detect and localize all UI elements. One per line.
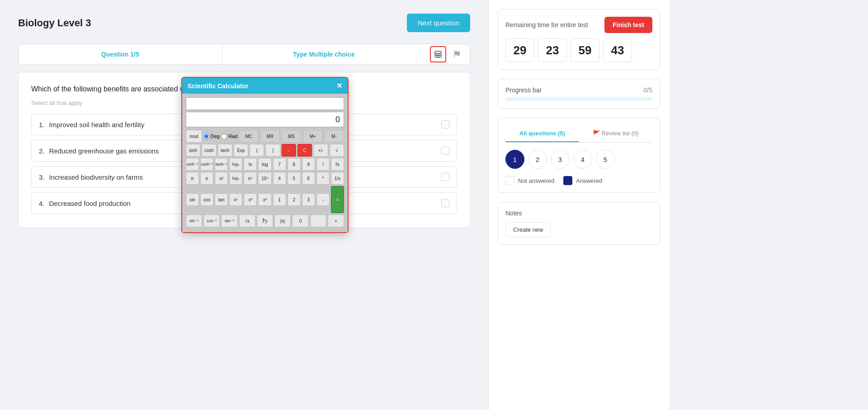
- calculator-button[interactable]: [430, 46, 446, 62]
- calc-x2-button[interactable]: x²: [258, 193, 271, 206]
- nav-tab-review[interactable]: 🚩 Review list (0): [579, 125, 653, 142]
- progress-section: Progress bar 0/5: [498, 79, 660, 109]
- calc-inv-button[interactable]: 1/x: [331, 172, 344, 185]
- calc-6-button[interactable]: 6: [302, 172, 315, 185]
- calc-sub-button[interactable]: -: [316, 193, 330, 206]
- calc-backspace-button[interactable]: ←: [282, 144, 296, 157]
- meta-icons: [425, 46, 470, 62]
- calc-1-button[interactable]: 1: [273, 193, 286, 206]
- checkbox-2[interactable]: [441, 147, 449, 155]
- calc-mul-button[interactable]: *: [316, 172, 330, 185]
- calc-x3-button[interactable]: x³: [244, 193, 257, 206]
- calc-tanh-button[interactable]: tanh: [218, 144, 232, 157]
- option-num-3: 3.: [39, 173, 45, 181]
- question-type-value: Multiple choice: [309, 51, 354, 58]
- calc-10x-button[interactable]: 10ˣ: [258, 172, 271, 185]
- calc-mr-button[interactable]: MR: [260, 130, 280, 143]
- calc-mminus-button[interactable]: M-: [324, 130, 344, 143]
- calc-absx-button[interactable]: |x|: [274, 215, 291, 227]
- calc-8-button[interactable]: 8: [288, 158, 301, 171]
- calc-logx2-button[interactable]: logₓ: [229, 172, 242, 185]
- next-question-button[interactable]: Next question: [407, 14, 470, 32]
- calc-e-button[interactable]: e: [200, 172, 213, 185]
- calc-tan-button[interactable]: tan: [215, 193, 228, 206]
- timer-label: Remaining time for entire test: [505, 21, 588, 29]
- calc-sininv-button[interactable]: sin⁻¹: [186, 215, 202, 227]
- calc-ms-button[interactable]: MS: [281, 130, 301, 143]
- calc-div-button[interactable]: /: [316, 158, 330, 171]
- calculator-display-value: 0: [335, 115, 340, 124]
- calc-sin-button[interactable]: sin: [186, 193, 199, 206]
- calc-4-button[interactable]: 4: [273, 172, 286, 185]
- q-num-2[interactable]: 2: [528, 150, 547, 169]
- calc-row-1: sinh cosh tanh Exp ( ) ← C +/- √: [186, 144, 344, 157]
- calc-equals-button[interactable]: =: [331, 186, 344, 213]
- calc-xy-button[interactable]: xʸ: [229, 193, 242, 206]
- calc-pi-button[interactable]: π: [186, 172, 199, 185]
- calc-mod-button[interactable]: mod: [186, 130, 202, 143]
- q-num-1[interactable]: 1: [505, 150, 524, 169]
- nav-tab-all[interactable]: All questions (5): [505, 125, 579, 142]
- timer-header: Remaining time for entire test Finish te…: [505, 17, 652, 33]
- calculator-header: Scientific Calculator ✕: [182, 78, 348, 94]
- calc-cbrty-button[interactable]: ∛y: [257, 215, 273, 227]
- calc-row-5: sin⁻¹ cos⁻¹ tan⁻¹ √x ∛y |x| 0 . +: [186, 215, 344, 227]
- calc-tanhinv-button[interactable]: tanh⁻¹: [215, 158, 228, 171]
- calc-sinhinv-button[interactable]: sinh⁻¹: [186, 158, 199, 171]
- timer-digit-hours: 29: [505, 38, 534, 62]
- legend-not-answered-label: Not answered: [518, 177, 554, 184]
- calc-cos-button[interactable]: cos: [200, 193, 213, 206]
- calc-rparen-button[interactable]: ): [265, 144, 280, 157]
- calc-clear-button[interactable]: C: [297, 144, 312, 157]
- checkbox-3[interactable]: [441, 173, 449, 181]
- question-current: 1/5: [130, 51, 139, 58]
- q-num-5[interactable]: 5: [596, 150, 615, 169]
- calc-cosh-button[interactable]: cosh: [202, 144, 216, 157]
- calc-0-button[interactable]: 0: [292, 215, 308, 227]
- calc-lparen-button[interactable]: (: [250, 144, 264, 157]
- option-text-2: Reduced greenhouse gas emissions: [49, 147, 159, 155]
- option-num-2: 2.: [39, 147, 45, 155]
- calc-dot-button[interactable]: .: [310, 215, 326, 227]
- calc-sqrt-button[interactable]: √: [330, 144, 344, 157]
- calc-5-button[interactable]: 5: [288, 172, 301, 185]
- calculator-close-button[interactable]: ✕: [336, 81, 342, 90]
- calc-3-button[interactable]: 3: [302, 193, 315, 206]
- calc-rad-radio[interactable]: [221, 133, 227, 139]
- calc-coshinv-button[interactable]: cosh⁻¹: [200, 158, 213, 171]
- calculator-display-main: 0: [186, 112, 344, 127]
- calc-mplus-button[interactable]: M+: [303, 130, 323, 143]
- checkbox-4[interactable]: [441, 199, 449, 207]
- calc-row-3: π e n! logₓ eˣ 10ˣ 4 5 6 * 1/x: [186, 172, 344, 185]
- calc-deg-radio[interactable]: [203, 133, 209, 139]
- calc-ex-button[interactable]: eˣ: [244, 172, 257, 185]
- calc-add-button[interactable]: +: [328, 215, 344, 227]
- calc-taninv-button[interactable]: tan⁻¹: [221, 215, 237, 227]
- calculator-display-top: [186, 97, 344, 110]
- calc-7-button[interactable]: 7: [273, 158, 286, 171]
- scientific-calculator: Scientific Calculator ✕ 0 mod Deg Rad: [181, 77, 349, 233]
- calc-ln-button[interactable]: ln: [244, 158, 257, 171]
- q-num-3[interactable]: 3: [551, 150, 570, 169]
- calc-logx-button[interactable]: logₓ: [229, 158, 242, 171]
- q-num-4[interactable]: 4: [573, 150, 592, 169]
- svg-rect-0: [435, 51, 441, 57]
- calc-sinh-button[interactable]: sinh: [186, 144, 200, 157]
- calc-nfact-button[interactable]: n!: [215, 172, 228, 185]
- checkbox-1[interactable]: [441, 120, 449, 129]
- calc-mc-button[interactable]: MC: [239, 130, 259, 143]
- calc-2-button[interactable]: 2: [288, 193, 301, 206]
- calc-cosinv-button[interactable]: cos⁻¹: [203, 215, 220, 227]
- calc-plusminus-button[interactable]: +/-: [313, 144, 328, 157]
- calc-sqrtx-button[interactable]: √x: [239, 215, 255, 227]
- finish-test-button[interactable]: Finish test: [604, 17, 652, 33]
- flag-button[interactable]: [449, 46, 465, 62]
- calc-9-button[interactable]: 9: [302, 158, 315, 171]
- option-text-3: Increased biodiversity on farms: [49, 173, 143, 181]
- calc-percent-button[interactable]: %: [331, 158, 344, 171]
- create-new-button[interactable]: Create new: [505, 222, 551, 237]
- calc-log-button[interactable]: log: [258, 158, 271, 171]
- question-area: Which of the following benefits are asso…: [18, 72, 470, 228]
- calc-exp-button[interactable]: Exp: [234, 144, 248, 157]
- question-type: Type Multiple choice: [222, 44, 426, 64]
